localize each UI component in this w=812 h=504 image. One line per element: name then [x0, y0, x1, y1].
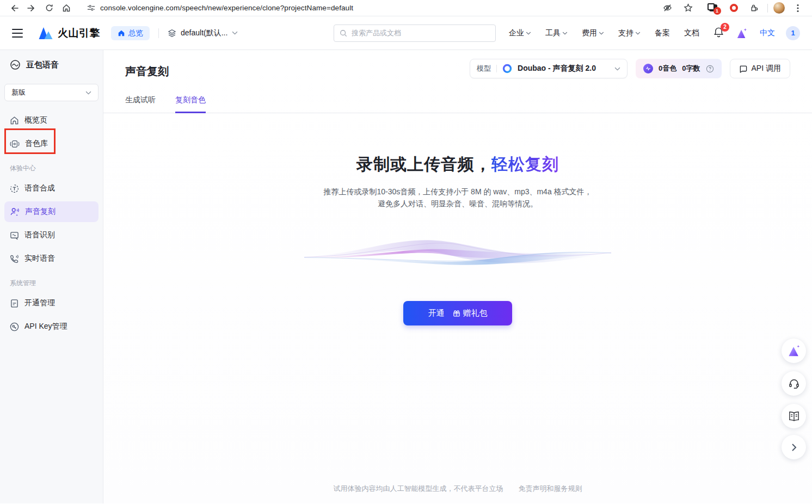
usage-pulse-icon [643, 64, 653, 73]
chevron-down-icon [635, 32, 641, 35]
sidebar-product: 豆包语音 [4, 58, 99, 72]
browser-chrome: console.volcengine.com/speech/new/experi… [0, 0, 812, 16]
bookmark-star-icon[interactable] [680, 2, 696, 15]
project-selector[interactable]: default(默认... [168, 28, 238, 38]
notification-bell-icon[interactable]: 2 [713, 27, 724, 40]
activate-button[interactable]: 开通 赠礼包 [403, 301, 512, 325]
project-name: default(默认... [181, 28, 227, 38]
menu-docs[interactable]: 文档 [684, 28, 699, 38]
sidebar-item-asr[interactable]: 语音识别 [4, 225, 99, 245]
page-title: 声音复刻 [125, 59, 169, 79]
search-box[interactable] [334, 24, 496, 42]
ai-mountain-icon [787, 345, 801, 357]
home-icon[interactable] [59, 2, 74, 15]
hero-description: 推荐上传或录制10-30s音频，上传支持小于 8M 的 wav、mp3、m4a … [103, 186, 812, 210]
usage-chars: 0字数 [682, 64, 700, 73]
menu-icp[interactable]: 备案 [655, 28, 670, 38]
model-label: 模型 [477, 64, 491, 73]
tab-clone-voice[interactable]: 复刻音色 [175, 95, 206, 113]
api-chat-icon [739, 65, 747, 73]
browser-menu-icon[interactable] [790, 2, 805, 15]
extensions-puzzle-icon[interactable] [747, 2, 762, 15]
footer-terms-link[interactable]: 免责声明和服务规则 [519, 484, 582, 494]
model-value: Doubao - 声音复刻 2.0 [518, 64, 609, 73]
realtime-voice-icon [10, 254, 19, 263]
layers-icon [168, 29, 176, 38]
eye-off-icon[interactable] [660, 2, 675, 15]
extension-badge-count: 1 [713, 7, 721, 15]
sidebar-item-tts[interactable]: 语音合成 [4, 178, 99, 199]
notification-count-badge: 2 [721, 23, 729, 32]
version-label: 新版 [11, 88, 26, 97]
browser-profile-avatar[interactable] [773, 2, 785, 14]
hero-title: 录制或上传音频，轻松复刻 [103, 153, 812, 176]
home-outline-icon [10, 116, 19, 125]
menu-support[interactable]: 支持 [618, 28, 641, 38]
overview-label: 总览 [128, 28, 143, 38]
waveform-graphic [300, 226, 616, 280]
hero-title-plain: 录制或上传音频， [356, 155, 491, 173]
language-switch[interactable]: 中文 [760, 28, 775, 38]
tab-generate-listen[interactable]: 生成试听 [125, 95, 156, 113]
forward-icon[interactable] [24, 2, 39, 15]
sidebar-item-api-key[interactable]: API Key管理 [4, 316, 99, 337]
help-circle-icon[interactable] [706, 65, 714, 73]
book-icon [788, 411, 800, 422]
sidebar-item-activation[interactable]: 开通管理 [4, 293, 99, 314]
sidebar-item-voice-clone[interactable]: 声音复刻 [4, 201, 99, 222]
hero-section: 录制或上传音频，轻松复刻 推荐上传或录制10-30s音频，上传支持小于 8M 的… [103, 113, 812, 325]
chevron-down-icon [614, 67, 620, 71]
address-bar[interactable]: console.volcengine.com/speech/new/experi… [82, 2, 657, 15]
overview-button[interactable]: 总览 [111, 26, 150, 40]
search-icon [340, 29, 347, 37]
search-input[interactable] [352, 29, 490, 37]
main-content: 声音复刻 模型 Doubao - 声音复刻 2.0 [103, 50, 812, 503]
float-docs-button[interactable] [782, 404, 806, 428]
version-select[interactable]: 新版 [4, 84, 99, 101]
float-support-button[interactable] [782, 371, 806, 396]
menu-enterprise[interactable]: 企业 [509, 28, 531, 38]
page: console.volcengine.com/speech/new/experi… [0, 0, 812, 504]
doubao-logo-icon [502, 64, 512, 73]
tab-bar: 生成试听 复刻音色 [103, 95, 812, 113]
sidebar-item-voice-library[interactable]: 音色库 [4, 133, 99, 154]
volcengine-logo[interactable]: 火山引擎 [38, 26, 100, 40]
footer: 试用体验内容均由人工智能模型生成，不代表平台立场 免责声明和服务规则 [103, 484, 812, 494]
sidebar-item-label: API Key管理 [24, 322, 67, 331]
chevron-down-icon [85, 91, 91, 95]
doubao-voice-icon [10, 59, 21, 70]
browser-actions: 1 [660, 2, 805, 15]
hamburger-menu-icon[interactable] [12, 29, 23, 38]
float-ai-assistant-button[interactable] [782, 339, 806, 363]
activation-doc-icon [10, 299, 19, 308]
menu-tools[interactable]: 工具 [545, 28, 568, 38]
topnav-menu: 企业 工具 费用 支持 备案 文档 [509, 28, 699, 38]
user-avatar[interactable]: 1 [786, 26, 800, 40]
volcengine-mountain-icon [38, 27, 53, 40]
voice-clone-icon [10, 207, 20, 217]
sidebar-item-label: 开通管理 [24, 298, 55, 308]
model-selector[interactable]: 模型 Doubao - 声音复刻 2.0 [470, 59, 628, 78]
home-small-icon [118, 29, 125, 37]
api-key-icon [10, 322, 19, 331]
site-info-icon[interactable] [87, 4, 95, 12]
sidebar-item-overview[interactable]: 概览页 [4, 110, 99, 131]
float-collapse-button[interactable] [782, 435, 806, 459]
menu-billing[interactable]: 费用 [582, 28, 604, 38]
hero-title-accent: 轻松复刻 [491, 155, 559, 173]
extension-badge-icon[interactable]: 1 [705, 2, 721, 15]
api-call-label: API 调用 [752, 64, 781, 73]
reload-icon[interactable] [41, 2, 57, 15]
brand-name: 火山引擎 [58, 26, 100, 40]
api-call-button[interactable]: API 调用 [730, 59, 790, 78]
usage-voices: 0音色 [659, 64, 676, 73]
activate-label: 开通 [428, 308, 445, 318]
console-topnav: 火山引擎 总览 default(默认... 企业 工具 费用 支持 备案 文档 … [0, 16, 812, 50]
ai-assistant-icon[interactable] [736, 28, 748, 39]
url-text[interactable]: console.volcengine.com/speech/new/experi… [100, 4, 353, 12]
red-extension-icon[interactable] [726, 2, 741, 15]
back-icon[interactable] [7, 2, 22, 15]
chevron-down-icon [562, 32, 568, 35]
sidebar-item-realtime[interactable]: 实时语音 [4, 248, 99, 269]
footer-disclaimer: 试用体验内容均由人工智能模型生成，不代表平台立场 [334, 484, 503, 494]
